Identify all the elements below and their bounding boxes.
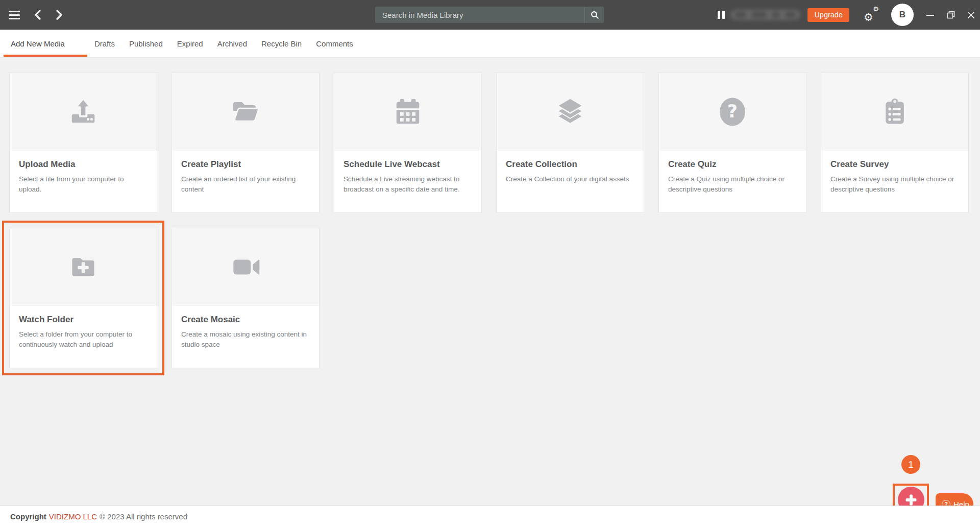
card-description: Schedule a Live streaming webcast to bro…	[344, 174, 472, 195]
card-title: Upload Media	[19, 159, 148, 170]
search-box	[375, 7, 604, 23]
media-library-tabbar: Add New Media Drafts Published Expired A…	[0, 30, 980, 58]
card-create-playlist[interactable]: Create Playlist Create an ordered list o…	[172, 73, 320, 213]
search-icon[interactable]	[584, 7, 604, 23]
card-description: Create a Collection of your digital asse…	[506, 174, 634, 184]
vidizmo-link[interactable]: VIDIZMO LLC	[49, 512, 97, 521]
card-watch-folder[interactable]: Watch Folder Select a folder from your c…	[9, 228, 157, 368]
video-camera-icon	[172, 228, 319, 306]
add-new-media-panel: Upload Media Select a file from your com…	[0, 58, 980, 506]
card-description: Create an ordered list of your existing …	[181, 174, 310, 195]
card-create-collection[interactable]: Create Collection Create a Collection of…	[496, 73, 644, 213]
card-description: Create a Quiz using multiple choice or d…	[668, 174, 797, 195]
card-title: Schedule Live Webcast	[344, 159, 472, 170]
tab-drafts[interactable]: Drafts	[87, 30, 122, 57]
title-bar: Upgrade ⚙⚙ B	[0, 0, 980, 30]
card-schedule-live-webcast[interactable]: Schedule Live Webcast Schedule a Live st…	[334, 73, 482, 213]
pause-icon[interactable]	[718, 11, 725, 19]
card-title: Watch Folder	[19, 315, 148, 325]
title-bar-right: Upgrade ⚙⚙ B	[718, 0, 980, 30]
tab-expired[interactable]: Expired	[170, 30, 210, 57]
card-title: Create Mosaic	[181, 315, 310, 325]
watch-folder-highlight-wrap: Watch Folder Select a folder from your c…	[9, 228, 157, 368]
upgrade-button[interactable]: Upgrade	[807, 8, 849, 22]
svg-text:?: ?	[727, 101, 738, 122]
folder-open-icon	[172, 73, 319, 151]
layers-icon	[497, 73, 644, 151]
card-title: Create Quiz	[668, 159, 797, 170]
card-create-mosaic[interactable]: Create Mosaic Create a mosaic using exis…	[172, 228, 320, 368]
blurred-text	[731, 10, 800, 19]
tab-add-new-media[interactable]: Add New Media	[4, 30, 87, 57]
tab-recycle-bin[interactable]: Recycle Bin	[254, 30, 309, 57]
card-upload-media[interactable]: Upload Media Select a file from your com…	[9, 73, 157, 213]
card-description: Create a mosaic using existing content i…	[181, 329, 310, 350]
card-create-quiz[interactable]: ? Create Quiz Create a Quiz using multip…	[658, 73, 806, 213]
upload-icon	[10, 73, 157, 151]
card-title: Create Playlist	[181, 159, 310, 170]
search-input[interactable]	[375, 7, 584, 23]
title-bar-left	[0, 0, 63, 30]
close-icon[interactable]	[967, 11, 975, 19]
clipboard-list-icon	[821, 73, 968, 151]
forward-icon[interactable]	[55, 9, 63, 20]
minimize-icon[interactable]	[926, 11, 935, 19]
tab-archived[interactable]: Archived	[210, 30, 254, 57]
copyright-label: Copyright	[10, 512, 46, 521]
card-title: Create Survey	[830, 159, 959, 170]
tab-published[interactable]: Published	[122, 30, 170, 57]
footer: Copyright VIDIZMO LLC © 2023 All rights …	[0, 506, 980, 527]
step-number-badge: 1	[901, 455, 920, 474]
card-grid: Upload Media Select a file from your com…	[0, 58, 980, 368]
card-description: Select a folder from your computer to co…	[19, 329, 148, 350]
calendar-icon	[334, 73, 481, 151]
services-gears-icon[interactable]: ⚙⚙	[865, 8, 878, 21]
folder-plus-icon	[10, 228, 157, 306]
card-description: Select a file from your computer to uplo…	[19, 174, 148, 195]
question-circle-icon: ?	[659, 73, 806, 151]
tab-comments[interactable]: Comments	[309, 30, 360, 57]
copyright-text: © 2023 All rights reserved	[100, 512, 187, 521]
menu-icon[interactable]	[8, 11, 20, 19]
avatar[interactable]: B	[891, 4, 914, 26]
card-create-survey[interactable]: Create Survey Create a Survey using mult…	[821, 73, 969, 213]
back-icon[interactable]	[34, 9, 42, 20]
card-title: Create Collection	[506, 159, 634, 170]
card-description: Create a Survey using multiple choice or…	[830, 174, 959, 195]
restore-window-icon[interactable]	[947, 11, 955, 19]
